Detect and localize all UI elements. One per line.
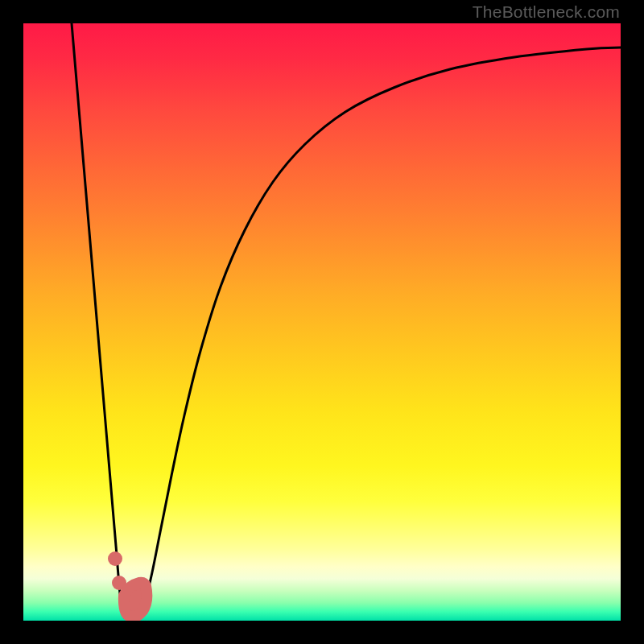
- valley-marker-hook: [124, 583, 147, 617]
- plot-area: [23, 23, 621, 621]
- chart-frame: TheBottleneck.com: [0, 0, 644, 644]
- valley-marker-dot: [108, 551, 122, 566]
- chart-svg: [23, 23, 621, 621]
- watermark-text: TheBottleneck.com: [473, 0, 620, 23]
- bottleneck-curve: [72, 23, 621, 620]
